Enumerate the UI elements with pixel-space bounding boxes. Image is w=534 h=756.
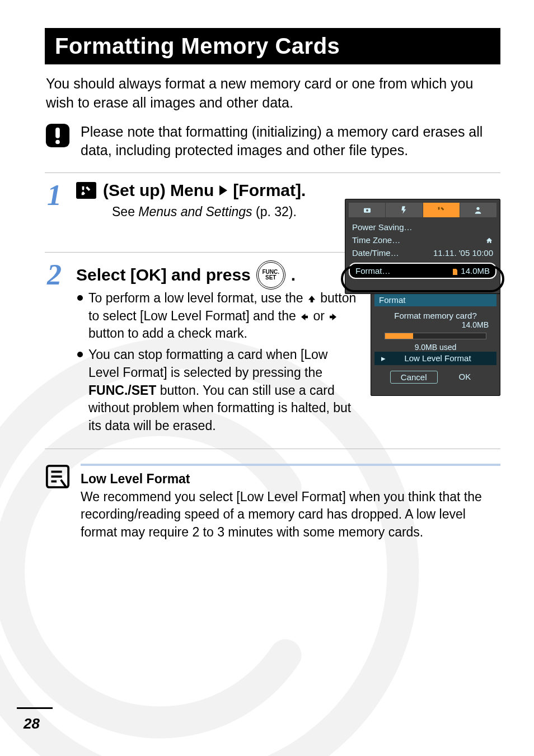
svg-point-6 — [477, 207, 480, 210]
tools-menu-icon — [76, 182, 96, 199]
step-2-number: 2 — [45, 260, 64, 438]
func-set-button-icon: FUNC.SET — [256, 260, 285, 290]
step-1-number: 1 — [45, 181, 64, 225]
tip-title: Low Level Format — [81, 472, 190, 486]
step-2-bullet-2: You can stop formatting a card when [Low… — [76, 346, 357, 435]
lcd-setup-menu: Power Saving… Time Zone… Date/Time…11.11… — [345, 199, 500, 294]
step-2-bullet-1: To perform a low level format, use the b… — [76, 290, 357, 343]
tab-tools-icon — [423, 203, 460, 217]
svg-point-2 — [55, 139, 60, 144]
warning-icon — [45, 123, 71, 148]
warning-text: Please note that formatting (initializin… — [81, 123, 500, 161]
note-icon — [45, 464, 71, 489]
page-number: 28 — [24, 715, 40, 732]
page-number-rule — [17, 707, 53, 709]
tab-user-icon — [460, 203, 496, 217]
step-1-heading: (Set up) Menu [Format]. — [76, 181, 500, 200]
format-cancel-button: Cancel — [390, 371, 438, 384]
intro-text: You should always format a new memory ca… — [46, 74, 499, 113]
triangle-right-icon — [219, 185, 227, 195]
lcd-format-dialog: Format Format memory card? 14.0MB 9.0MB … — [371, 290, 500, 396]
format-ok-button: OK — [449, 371, 481, 384]
tip-body: We recommend you select [Low Level Forma… — [81, 489, 482, 539]
svg-rect-3 — [55, 127, 60, 138]
home-icon — [485, 235, 493, 245]
tab-camera-icon — [349, 203, 385, 217]
arrow-up-icon — [307, 290, 317, 307]
tab-flash-icon — [386, 203, 422, 217]
arrow-right-icon — [328, 307, 338, 325]
arrow-left-icon — [299, 307, 310, 325]
page-title: Formatting Memory Cards — [45, 28, 500, 64]
svg-point-5 — [366, 209, 368, 212]
